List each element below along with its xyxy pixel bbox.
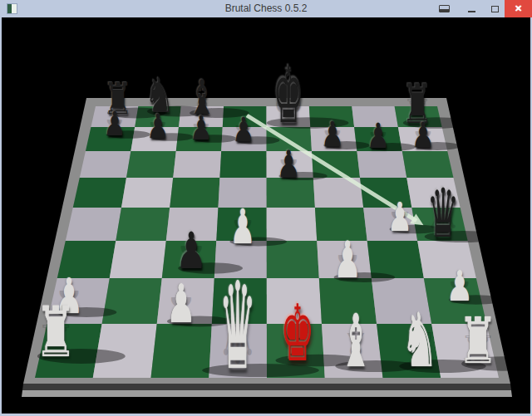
square-b4[interactable] — [116, 208, 170, 241]
square-a4[interactable] — [66, 208, 121, 241]
square-b5[interactable] — [121, 178, 173, 208]
maximize-button[interactable] — [484, 0, 505, 17]
square-e3[interactable] — [267, 241, 319, 278]
minimize-button[interactable] — [461, 0, 482, 17]
piece-black-pawn-c7[interactable]: ♟ — [184, 111, 219, 145]
piece-black-pawn-d7[interactable]: ♟ — [226, 113, 261, 147]
piece-black-king-e8[interactable]: ♚ — [264, 58, 313, 135]
square-g3[interactable] — [367, 241, 424, 278]
piece-white-rook-h1[interactable]: ♜ — [446, 311, 510, 374]
square-b3[interactable] — [110, 241, 166, 278]
piece-white-king-e1[interactable]: ♚ — [271, 294, 324, 372]
board-rim-base — [22, 390, 512, 397]
close-button[interactable]: ✕ — [505, 0, 532, 17]
board-rim-front — [22, 384, 511, 390]
minimize-icon — [468, 11, 475, 12]
piece-white-queen-d1[interactable]: ♛ — [209, 267, 267, 387]
piece-black-pawn-b7[interactable]: ♟ — [140, 110, 175, 144]
square-a5[interactable] — [73, 178, 126, 208]
piece-black-pawn-h7[interactable]: ♟ — [405, 118, 441, 153]
piece-white-pawn-c2[interactable]: ♟ — [158, 277, 204, 330]
piece-white-rook-a1[interactable]: ♜ — [23, 297, 88, 367]
maximize-icon — [491, 6, 499, 12]
piece-white-knight-g1[interactable]: ♞ — [391, 303, 449, 378]
piece-black-pawn-a7[interactable]: ♟ — [97, 107, 132, 141]
touch-keyboard-button[interactable] — [433, 0, 455, 17]
square-b6[interactable] — [126, 151, 176, 178]
piece-white-pawn-d4[interactable]: ♟ — [223, 202, 263, 250]
app-window: Brutal Chess 0.5.2 ✕ ♜♜♞♞♝♝♚♚♜♜♟♟♟♟♟♟♟♟♟… — [0, 0, 532, 416]
square-b2[interactable] — [102, 278, 162, 324]
piece-black-pawn-e6[interactable]: ♟ — [270, 146, 308, 184]
square-c5[interactable] — [170, 178, 219, 208]
titlebar[interactable]: Brutal Chess 0.5.2 ✕ — [0, 0, 532, 17]
piece-white-bishop-f1[interactable]: ♝ — [330, 305, 382, 378]
square-a6[interactable] — [80, 151, 131, 178]
square-d6[interactable] — [219, 151, 266, 178]
piece-black-queen-h4[interactable]: ♛ — [417, 179, 469, 247]
piece-black-pawn-f7[interactable]: ♟ — [314, 117, 350, 152]
piece-white-pawn-g4[interactable]: ♟ — [381, 197, 419, 237]
touch-keyboard-icon — [439, 5, 450, 12]
piece-white-pawn-h2[interactable]: ♟ — [439, 266, 480, 307]
game-viewport: ♜♜♞♞♝♝♚♚♜♜♟♟♟♟♟♟♟♟♟♟♟♟♟♟♟♟♟♟♛♛♜♜♛♛♚♚♝♝♞♞… — [2, 17, 530, 414]
piece-black-pawn-g7[interactable]: ♟ — [360, 119, 396, 154]
square-c6[interactable] — [173, 151, 221, 178]
piece-white-pawn-f3[interactable]: ♟ — [326, 235, 369, 286]
square-e4[interactable] — [267, 208, 318, 241]
